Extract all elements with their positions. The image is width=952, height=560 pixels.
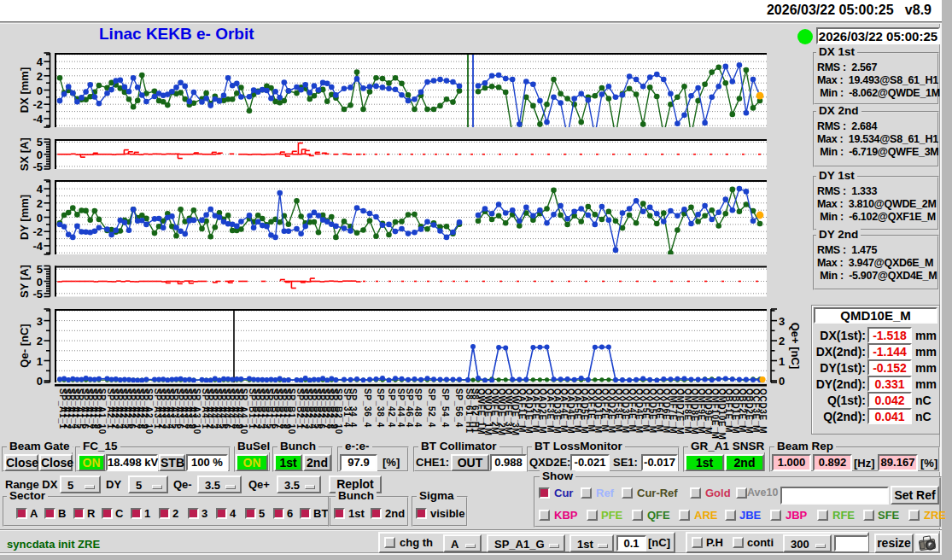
- svg-text:1: 1: [37, 355, 43, 368]
- svg-text:Qe+ [nC]: Qe+ [nC]: [789, 323, 802, 370]
- svg-text:4: 4: [37, 183, 44, 195]
- svg-text:SP_B1_10: SP_B1_10: [287, 388, 296, 435]
- svg-text:0: 0: [37, 85, 43, 97]
- svg-text:SP_48_4: SP_48_4: [413, 388, 423, 428]
- svg-text:1: 1: [779, 355, 785, 368]
- svg-text:SP_44_4: SP_44_4: [396, 388, 406, 428]
- svg-text:-4: -4: [32, 113, 43, 125]
- svg-text:5: 5: [37, 263, 43, 276]
- svg-text:2: 2: [37, 335, 43, 347]
- svg-text:-2: -2: [32, 225, 43, 238]
- svg-text:SP_42_4: SP_42_4: [387, 388, 396, 428]
- svg-text:DX [mm]: DX [mm]: [18, 67, 31, 113]
- svg-text:0: 0: [37, 212, 43, 225]
- svg-text:SP_A4_10: SP_A4_10: [239, 388, 248, 435]
- svg-text:SP_A3_10: SP_A3_10: [192, 388, 201, 435]
- svg-text:SP_A1_10: SP_A1_10: [97, 388, 107, 435]
- svg-text:SP_36_4: SP_36_4: [363, 388, 372, 428]
- svg-text:3: 3: [37, 315, 43, 328]
- svg-text:0: 0: [37, 276, 43, 289]
- svg-text:2: 2: [37, 70, 43, 83]
- svg-text:0: 0: [779, 375, 785, 388]
- svg-text:SP_46_4: SP_46_4: [405, 388, 414, 428]
- svg-text:3: 3: [779, 315, 785, 328]
- svg-text:SP_38_4: SP_38_4: [376, 388, 385, 428]
- svg-text:Qe- [nC]: Qe- [nC]: [18, 324, 31, 367]
- svg-text:2: 2: [779, 335, 785, 347]
- svg-text:5: 5: [37, 136, 43, 149]
- svg-text:SP_B2_10: SP_B2_10: [334, 388, 343, 435]
- svg-text:4: 4: [37, 55, 44, 68]
- svg-text:-2: -2: [32, 98, 43, 111]
- svg-text:SP_34_4: SP_34_4: [348, 388, 358, 428]
- svg-text:SY [A]: SY [A]: [18, 265, 31, 298]
- svg-text:0: 0: [37, 149, 43, 161]
- svg-text:0: 0: [37, 375, 43, 388]
- svg-text:SX [A]: SX [A]: [18, 137, 31, 171]
- svg-text:-5: -5: [32, 288, 43, 300]
- svg-text:2: 2: [37, 197, 43, 210]
- svg-text:-5: -5: [32, 160, 43, 173]
- svg-text:SP_A2_10: SP_A2_10: [144, 388, 154, 435]
- svg-text:DY [mm]: DY [mm]: [18, 195, 31, 240]
- svg-text:SP_54_4: SP_54_4: [441, 388, 450, 428]
- svg-text:-4: -4: [32, 240, 43, 253]
- svg-text:SP_56_4: SP_56_4: [454, 388, 464, 428]
- svg-text:QCD3E_M: QCD3E_M: [758, 388, 768, 434]
- svg-text:SP_52_4: SP_52_4: [427, 388, 436, 428]
